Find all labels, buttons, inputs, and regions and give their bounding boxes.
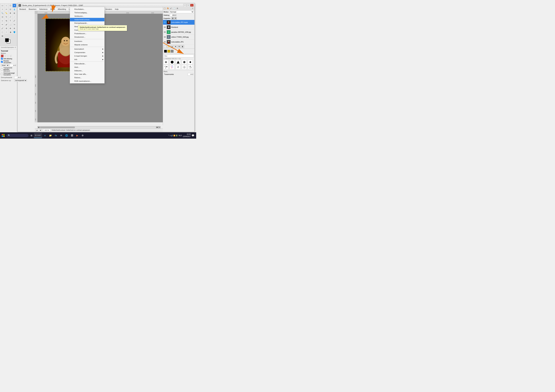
maximize-button[interactable]: □	[187, 4, 190, 7]
task-view-button[interactable]: ⊞	[29, 133, 34, 138]
brush-5[interactable]	[188, 60, 193, 64]
tool-clone[interactable]: ⊚	[5, 27, 8, 30]
menu-componenten[interactable]: Componenten	[70, 51, 104, 54]
tool-pencil[interactable]: ✏	[1, 23, 4, 26]
tool-smudge[interactable]: ~	[5, 30, 8, 34]
menu-selecteren[interactable]: Selecteren	[38, 7, 49, 11]
taskbar-gimp[interactable]: G GIMP	[34, 133, 42, 138]
brush-10[interactable]	[188, 65, 193, 70]
tool-align[interactable]: ⊞	[13, 11, 16, 15]
menu-in-kaart-brengen[interactable]: In kaart brengen	[70, 54, 104, 58]
taskbar-media[interactable]: ▶	[75, 133, 80, 138]
menu-helderheid-contrast[interactable]: Helderheid/contrast...	[70, 18, 104, 21]
menu-verkleuren[interactable]: Verkleuren...	[70, 14, 104, 18]
menu-heet[interactable]: Heet...	[70, 65, 104, 69]
brush-1[interactable]	[164, 60, 168, 64]
layer-paradise[interactable]: 🏝 paradise-2087655_1290.jpg	[163, 30, 194, 35]
tool-shear[interactable]: ⟋	[13, 15, 16, 19]
tool-measure[interactable]: 📏	[5, 11, 8, 15]
panel-icon-history[interactable]: 🕐	[173, 7, 175, 10]
tool-ink[interactable]: 🖊	[1, 27, 4, 30]
tool-rotate[interactable]: ↻	[5, 15, 8, 19]
menu-afbeelding[interactable]: Afbeelding	[57, 7, 67, 11]
tool-bucket[interactable]: 🪣	[13, 30, 16, 34]
taskbar-mail[interactable]: ✉	[59, 133, 64, 138]
brush-9[interactable]	[182, 65, 187, 70]
scroll-thumb-h[interactable]	[40, 127, 75, 128]
anti-aliasing-checkbox[interactable]	[1, 58, 3, 60]
h-scrollbar[interactable]: ◀ ▶ +	[37, 126, 161, 128]
fg-color-block[interactable]	[164, 50, 167, 53]
layer-eye-2[interactable]	[164, 26, 166, 29]
drempelwaarde-input[interactable]	[14, 76, 21, 79]
layer-instructables-kopie[interactable]: instructables.JPG kopie	[163, 20, 194, 25]
tool-rect-select[interactable]: ▭	[1, 4, 4, 7]
tool-paintbrush[interactable]: 🖌	[5, 23, 8, 26]
menu-info[interactable]: Info	[70, 58, 104, 61]
tool-scale[interactable]: ⤢	[9, 15, 12, 19]
brush-2[interactable]	[170, 60, 175, 64]
menu-hulp[interactable]: Hulp	[114, 7, 120, 11]
eye-icon[interactable]: 👁	[174, 17, 177, 20]
panel-icon-plus[interactable]: ⊞	[176, 7, 179, 10]
menu-posterkleuren[interactable]: Posterkleuren...	[70, 32, 104, 35]
dekking-input[interactable]	[170, 14, 176, 16]
tool-free-select[interactable]: ⬠	[9, 4, 12, 7]
tool-fuzzy-select[interactable]: ✧	[1, 7, 4, 11]
taskbar-search[interactable]: 🔍	[6, 134, 29, 137]
taskbar-folder[interactable]: 📁	[48, 133, 53, 138]
panel-menu-icon[interactable]: ≡	[191, 7, 194, 10]
tool-dodge[interactable]: ◑	[9, 30, 12, 34]
taskbar-chrome[interactable]: 🌐	[64, 133, 69, 138]
tool-perspective-clone[interactable]: ⊛	[13, 27, 16, 30]
tool-scissors[interactable]: ✂	[5, 7, 8, 11]
menu-inverteren[interactable]: Inverteren	[70, 40, 104, 43]
menu-waarde-omkeren[interactable]: Waarde omkeren	[70, 43, 104, 46]
tool-eraser[interactable]: ⬜	[9, 23, 12, 26]
menu-bewerken[interactable]: Bewerken	[27, 7, 38, 11]
straal-select[interactable]: Straal	[1, 64, 9, 67]
tool-airbrush[interactable]: 🌬	[13, 23, 16, 26]
modus-subtract[interactable]: -	[7, 55, 9, 57]
menu-beeld[interactable]: Beeld	[49, 7, 56, 11]
selecteren-op-select[interactable]: Samengesteld	[14, 79, 27, 82]
randen-checkbox[interactable]	[1, 61, 3, 63]
taskbar-ie[interactable]: e	[43, 133, 47, 138]
tool-perspective[interactable]: ⟣	[1, 19, 4, 22]
chain-icon[interactable]: ⛓	[171, 17, 174, 20]
menu-desatureren[interactable]: Desatureren...	[70, 35, 104, 39]
samengevoegd-checkbox[interactable]	[1, 73, 3, 75]
menu-vensters[interactable]: Vensters	[104, 7, 113, 11]
zoom-unit-select[interactable]: px	[36, 129, 42, 131]
tool-flip[interactable]: ⇆	[5, 19, 8, 22]
brush-6[interactable]	[164, 65, 168, 70]
panel-icon-paths[interactable]: 🖋	[170, 7, 172, 10]
tool-ellipse-select[interactable]: ○	[5, 4, 8, 7]
layer-klembord[interactable]: ⬜ Klembord	[163, 25, 194, 30]
straal-input[interactable]	[10, 64, 16, 67]
menu-automatisch[interactable]: Automatisch	[70, 47, 104, 51]
brush-8[interactable]	[176, 65, 181, 70]
menu-drempelwaarde[interactable]: Drempelwaarde...	[70, 21, 104, 25]
tool-text[interactable]: T	[9, 19, 12, 22]
scroll-left[interactable]: ◀	[37, 126, 40, 128]
menu-rgb-maximaliseren[interactable]: RGB maximaliseren...	[70, 79, 104, 83]
tool-move[interactable]: ✥	[9, 11, 12, 15]
brush-3[interactable]	[176, 60, 181, 64]
layer-down-button[interactable]: ▼	[174, 45, 177, 48]
modus-add[interactable]: +	[4, 55, 6, 57]
panel-icon-channels[interactable]: 🎨	[167, 7, 169, 10]
minimize-button[interactable]: ─	[183, 4, 187, 7]
scroll-right[interactable]: ▶	[156, 126, 158, 128]
notification-icon[interactable]: 💬	[192, 134, 194, 137]
layer-instructables[interactable]: instructables.JPG	[163, 40, 194, 44]
taskbar-settings[interactable]: ⚙	[80, 133, 85, 138]
brush-7[interactable]	[170, 65, 175, 70]
tussenruimte-input[interactable]	[188, 73, 193, 76]
taskbar-store[interactable]: 🛍	[53, 133, 58, 138]
modus-panel-select[interactable]: Normaal	[169, 10, 194, 13]
tool-blur[interactable]: ◌	[1, 30, 4, 34]
new-folder-button[interactable]: 📁	[167, 45, 170, 48]
transparantie-checkbox[interactable]	[1, 68, 3, 70]
menu-kleurbalans[interactable]: Kleurbalans...	[70, 7, 104, 11]
